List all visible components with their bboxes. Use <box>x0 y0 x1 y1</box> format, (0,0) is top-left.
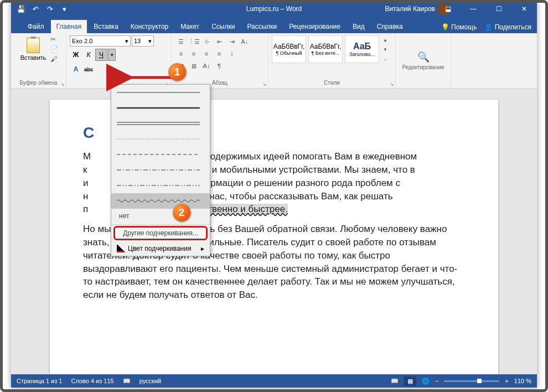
zoom-value[interactable]: 110 % <box>514 378 531 384</box>
sort-button[interactable]: A↓ <box>239 35 251 48</box>
paste-button[interactable]: Вставить <box>18 35 49 63</box>
redo-icon[interactable]: ↷ <box>45 4 54 13</box>
tab-layout[interactable]: Макет <box>175 20 205 33</box>
document-area[interactable]: С Мтов, одержимых идеей помогать Вам в е… <box>11 89 537 374</box>
align-right-button[interactable]: ≡ <box>200 48 213 60</box>
undo-icon[interactable]: ↶ <box>31 4 40 13</box>
print-layout-icon[interactable]: ▦ <box>404 376 416 386</box>
style-normal[interactable]: АаБбВвГг,¶ Обычный <box>272 35 306 63</box>
underline-none[interactable]: нет <box>111 209 210 223</box>
format-painter-icon[interactable]: 🖌 <box>50 55 59 63</box>
increase-indent-button[interactable]: ⇥ <box>226 35 238 48</box>
justify-button[interactable]: ≡ <box>213 48 225 60</box>
tab-insert[interactable]: Вставка <box>88 20 124 33</box>
styles-launcher-icon[interactable]: ↘ <box>390 81 394 87</box>
other-underlines-menuitem[interactable]: Другие подчеркивания... <box>113 226 208 240</box>
strikethrough-button[interactable]: abc <box>82 63 95 75</box>
status-words[interactable]: Слово 4 из 115 <box>71 378 113 384</box>
share-button[interactable]: 👤 Поделиться <box>484 23 531 31</box>
user-name: Виталий Каиров <box>385 5 435 13</box>
status-page[interactable]: Страница 1 из 1 <box>17 378 62 384</box>
annotation-badge-1: 1 <box>168 63 186 81</box>
web-layout-icon[interactable]: 🌐 <box>422 378 430 385</box>
bold-button[interactable]: Ж <box>70 49 82 61</box>
italic-button[interactable]: К <box>82 49 95 61</box>
font-name-combo[interactable]: Exo 2.0▾ <box>70 35 131 47</box>
tab-mailings[interactable]: Рассылки <box>241 20 282 33</box>
style-nospace[interactable]: АаБбВвГг,¶ Без инте... <box>308 35 343 63</box>
font-size-combo[interactable]: 13▾ <box>132 35 154 47</box>
show-marks-button[interactable]: ¶ <box>213 60 225 72</box>
style-heading1[interactable]: АаБЗаголово... <box>345 35 379 63</box>
copy-icon[interactable]: 📄 <box>50 45 59 53</box>
tab-file[interactable]: Файл <box>22 20 50 33</box>
underline-dropdown: нет Другие подчеркивания... Цвет подчерк… <box>111 84 210 256</box>
titlebar: 💾 ↶ ↷ ▾ Lumpics.ru – Word Виталий Каиров… <box>11 0 537 18</box>
clipboard-launcher-icon[interactable]: ↘ <box>60 81 65 87</box>
tab-review[interactable]: Рецензирование <box>283 20 346 33</box>
sort-az-button[interactable]: A↕ <box>200 60 213 72</box>
tell-me[interactable]: 💡 Помощь <box>441 23 477 31</box>
styles-more-icon[interactable]: ⌄ <box>381 54 389 63</box>
qat-dropdown-icon[interactable]: ▾ <box>60 4 69 13</box>
paragraph-launcher-icon[interactable]: ↘ <box>262 81 267 87</box>
ribbon: Вставить ✂ 📄 🖌 Буфер обмена ↘ Exo 2.0▾ 1… <box>11 33 537 89</box>
ribbon-options-icon[interactable]: ⬓ <box>435 0 461 18</box>
borders-button[interactable]: ⊞ <box>188 60 200 72</box>
paste-icon <box>27 38 40 53</box>
underline-button[interactable]: Ч <box>95 49 107 61</box>
underline-color-icon <box>117 245 125 252</box>
zoom-in-icon[interactable]: + <box>505 378 508 384</box>
find-icon[interactable]: 🔍 <box>417 51 430 63</box>
group-styles-label: Стили <box>272 79 392 87</box>
underline-style-dashed[interactable] <box>111 147 210 162</box>
ribbon-tabs: Файл Главная Вставка Конструктор Макет С… <box>11 18 537 33</box>
styles-down-icon[interactable]: ▼ <box>381 45 389 54</box>
underline-style-dashdot[interactable] <box>111 162 210 178</box>
status-language[interactable]: русский <box>139 378 161 384</box>
underline-color-menuitem[interactable]: Цвет подчеркивания ▸ <box>111 241 210 256</box>
tab-design[interactable]: Конструктор <box>125 20 174 33</box>
window-title: Lumpics.ru – Word <box>246 5 302 13</box>
underline-style-single[interactable] <box>111 85 210 100</box>
save-icon[interactable]: 💾 <box>17 4 25 13</box>
multilevel-button[interactable]: ⊹ <box>200 35 213 48</box>
read-mode-icon[interactable]: 📖 <box>391 378 399 385</box>
group-clipboard-label: Буфер обмена <box>20 79 58 87</box>
underline-style-dotted[interactable] <box>111 131 210 147</box>
styles-up-icon[interactable]: ▲ <box>381 35 389 44</box>
underline-style-thick[interactable] <box>111 100 210 116</box>
align-center-button[interactable]: ≡ <box>188 48 200 60</box>
numbering-button[interactable]: ⋮☰ <box>188 35 200 48</box>
underline-style-wave[interactable] <box>111 193 210 209</box>
bullets-button[interactable]: ☰ <box>175 35 187 48</box>
zoom-slider[interactable] <box>444 380 499 382</box>
underline-style-double[interactable] <box>111 116 210 131</box>
line-spacing-button[interactable]: ↕ <box>226 48 238 60</box>
tab-help[interactable]: Справка <box>371 20 409 33</box>
maximize-icon[interactable]: ☐ <box>486 0 511 18</box>
minimize-icon[interactable]: — <box>461 0 486 18</box>
underline-style-dashdotdot[interactable] <box>111 178 210 193</box>
close-icon[interactable]: ✕ <box>511 0 537 18</box>
cut-icon[interactable]: ✂ <box>50 35 59 43</box>
annotation-badge-2: 2 <box>173 204 190 221</box>
status-proofing-icon[interactable]: 📖 <box>123 378 131 385</box>
statusbar: Страница 1 из 1 Слово 4 из 115 📖 русский… <box>11 374 537 388</box>
group-editing-label: Редактирование <box>402 63 444 71</box>
text-effects-button[interactable]: A <box>70 63 82 75</box>
tab-home[interactable]: Главная <box>51 20 87 33</box>
underline-dropdown-icon[interactable]: ▾ <box>108 49 116 61</box>
zoom-out-icon[interactable]: − <box>435 378 438 384</box>
decrease-indent-button[interactable]: ⇤ <box>213 35 225 48</box>
tab-references[interactable]: Ссылки <box>206 20 240 33</box>
annotation-arrow <box>122 71 174 84</box>
align-left-button[interactable]: ≡ <box>175 48 187 60</box>
tab-view[interactable]: Вид <box>347 20 370 33</box>
